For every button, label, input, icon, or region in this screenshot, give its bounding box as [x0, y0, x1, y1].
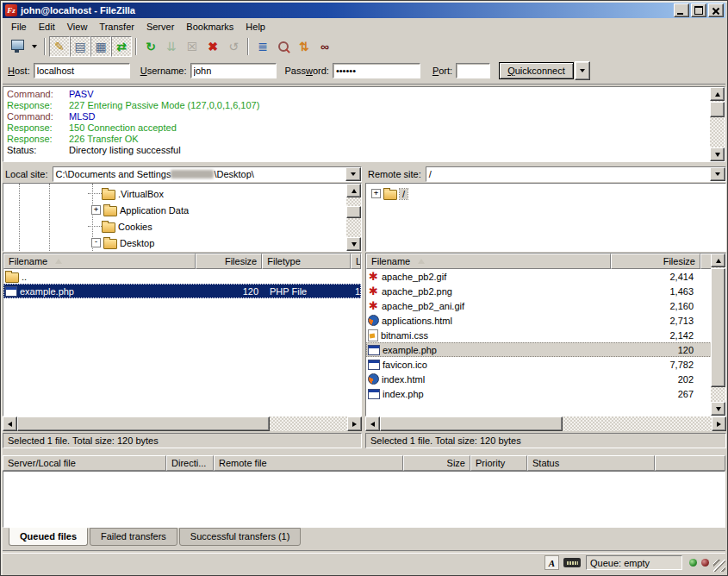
- column-header-filetype[interactable]: Filetype: [262, 254, 351, 269]
- file-row[interactable]: applications.html 2,713: [366, 313, 725, 328]
- transfer-queue-list[interactable]: [3, 471, 725, 528]
- scroll-right-button[interactable]: [712, 416, 726, 431]
- menu-help[interactable]: Help: [240, 20, 271, 34]
- maximize-button[interactable]: [691, 3, 706, 17]
- tree-item-root[interactable]: + /: [366, 185, 725, 202]
- tab-successful-transfers[interactable]: Successful transfers (1): [179, 528, 302, 546]
- filter-button[interactable]: [252, 36, 273, 57]
- scroll-down-button[interactable]: [710, 147, 725, 161]
- scroll-down-button[interactable]: [346, 237, 361, 251]
- menu-server[interactable]: Server: [140, 20, 180, 34]
- remote-file-list[interactable]: Filename Filesize apache_pb2.gif 2,414 a…: [365, 253, 726, 416]
- password-input[interactable]: [333, 63, 420, 78]
- file-row[interactable]: bitnami.css 2,142: [366, 328, 725, 342]
- remote-list-hscrollbar[interactable]: [365, 416, 726, 431]
- local-directory-tree[interactable]: .VirtualBox + Application Data Cookies -…: [3, 183, 362, 252]
- scroll-right-button[interactable]: [347, 416, 362, 431]
- tree-expander-toggle[interactable]: +: [91, 205, 101, 215]
- minimize-button[interactable]: [674, 3, 689, 17]
- scrollbar-thumb[interactable]: [711, 268, 725, 387]
- toggle-remote-tree-button[interactable]: [90, 36, 111, 57]
- resize-grip[interactable]: [713, 560, 725, 572]
- column-header-filesize[interactable]: Filesize: [611, 254, 700, 269]
- reconnect-button[interactable]: [223, 36, 244, 57]
- scroll-down-button[interactable]: [711, 402, 725, 416]
- local-tree-scrollbar[interactable]: [346, 184, 361, 251]
- scroll-left-button[interactable]: [365, 416, 380, 431]
- local-list-hscrollbar[interactable]: [3, 416, 362, 431]
- local-path-dropdown-button[interactable]: [345, 167, 361, 181]
- menu-bookmarks[interactable]: Bookmarks: [180, 20, 240, 34]
- file-row[interactable]: apache_pb2.png 1,463: [366, 284, 725, 298]
- local-file-list[interactable]: Filename Filesize Filetype L .. example.…: [3, 253, 362, 416]
- file-row-example-php[interactable]: example.php 120 PHP File 1: [3, 284, 361, 298]
- remote-path-dropdown-button[interactable]: [710, 167, 725, 181]
- column-header-status[interactable]: Status: [527, 455, 655, 471]
- file-row[interactable]: apache_pb2_ani.gif 2,160: [366, 298, 725, 313]
- column-header-remote-file[interactable]: Remote file: [214, 455, 403, 471]
- tree-item-application-data[interactable]: + Application Data: [3, 202, 361, 218]
- file-row-parent-dir[interactable]: ..: [3, 269, 361, 284]
- refresh-button[interactable]: [140, 36, 161, 57]
- quickconnect-button[interactable]: Quickconnect: [499, 62, 574, 79]
- directory-comparison-button[interactable]: [273, 36, 294, 57]
- scrollbar-thumb[interactable]: [710, 102, 725, 117]
- file-row-example-php[interactable]: example.php 120: [366, 342, 725, 357]
- scrollbar-thumb[interactable]: [380, 416, 563, 431]
- scroll-up-button[interactable]: [711, 254, 725, 267]
- menu-file[interactable]: File: [5, 20, 33, 34]
- menu-transfer[interactable]: Transfer: [93, 20, 140, 34]
- scroll-up-button[interactable]: [710, 87, 725, 101]
- menu-view[interactable]: View: [61, 20, 94, 34]
- host-input[interactable]: [34, 63, 130, 78]
- file-row[interactable]: apache_pb2.gif 2,414: [366, 269, 725, 284]
- port-input[interactable]: [456, 63, 490, 78]
- column-header-filename[interactable]: Filename: [366, 254, 611, 269]
- tree-expander-toggle[interactable]: -: [91, 238, 101, 247]
- scrollbar-thumb[interactable]: [17, 416, 270, 431]
- local-path-combobox[interactable]: C:\Documents and Settings\Desktop\: [53, 166, 362, 182]
- file-row[interactable]: index.php 267: [366, 386, 725, 401]
- menu-edit[interactable]: Edit: [33, 20, 61, 34]
- process-queue-button[interactable]: [161, 36, 182, 57]
- column-header-server-local-file[interactable]: Server/Local file: [3, 455, 166, 471]
- disconnect-button[interactable]: [202, 36, 223, 57]
- tree-item-virtualbox[interactable]: .VirtualBox: [3, 185, 361, 202]
- find-files-button[interactable]: [314, 36, 335, 57]
- tree-item-cookies[interactable]: Cookies: [3, 218, 361, 235]
- toggle-message-log-button[interactable]: [49, 36, 70, 57]
- tree-item-desktop[interactable]: - Desktop: [3, 235, 361, 251]
- scrollbar-thumb[interactable]: [346, 206, 361, 218]
- file-row[interactable]: index.html 202: [366, 372, 725, 386]
- remote-directory-tree[interactable]: + /: [365, 183, 726, 252]
- cancel-operation-button[interactable]: [182, 36, 202, 57]
- toggle-transfer-queue-button[interactable]: [111, 36, 132, 57]
- site-manager-dropdown-button[interactable]: [28, 36, 40, 57]
- quickconnect-dropdown-button[interactable]: [575, 61, 590, 80]
- close-button[interactable]: [708, 3, 724, 17]
- html-file-icon: [368, 373, 379, 385]
- log-scrollbar[interactable]: [710, 87, 725, 161]
- tab-failed-transfers[interactable]: Failed transfers: [90, 528, 177, 546]
- synchronized-browsing-button[interactable]: [294, 36, 314, 57]
- column-header-size[interactable]: Size: [403, 455, 470, 471]
- toggle-local-tree-button[interactable]: [70, 36, 90, 57]
- tree-expander-toggle[interactable]: +: [371, 189, 381, 198]
- file-row[interactable]: favicon.ico 7,782: [366, 357, 725, 372]
- message-log[interactable]: Command:PASV Response:227 Entering Passi…: [3, 86, 725, 162]
- column-header-direction[interactable]: Directi...: [166, 455, 214, 471]
- remote-list-scrollbar[interactable]: [711, 254, 725, 416]
- username-input[interactable]: [190, 63, 277, 78]
- site-manager-button[interactable]: [7, 36, 28, 57]
- app-icon: Fz: [5, 4, 17, 16]
- tab-queued-files[interactable]: Queued files: [9, 528, 88, 546]
- scroll-left-button[interactable]: [3, 416, 17, 431]
- scroll-up-button[interactable]: [346, 184, 361, 197]
- title-bar[interactable]: Fz john@localhost - FileZilla: [3, 3, 725, 18]
- column-header-last-modified[interactable]: L: [351, 254, 361, 269]
- column-header-filesize[interactable]: Filesize: [196, 254, 262, 269]
- remote-path-combobox[interactable]: /: [426, 166, 726, 182]
- column-header-filename[interactable]: Filename: [3, 254, 196, 269]
- column-header-priority[interactable]: Priority: [470, 455, 527, 471]
- file-size: 267: [611, 389, 700, 399]
